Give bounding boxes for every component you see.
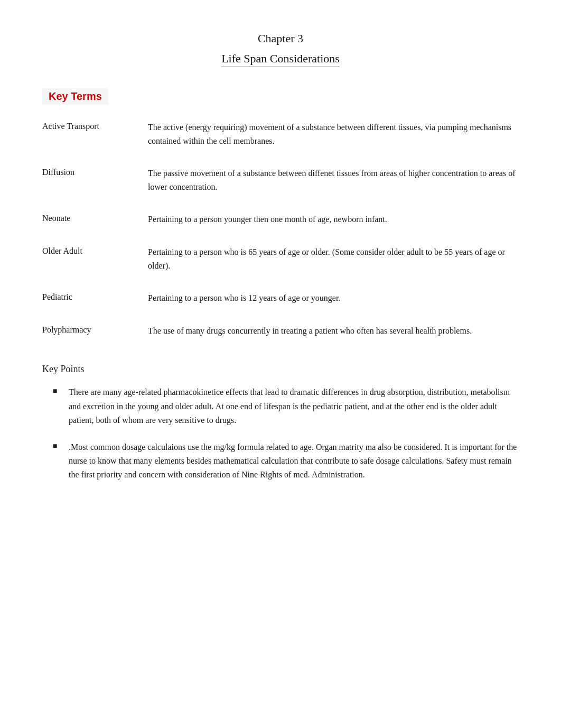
term-name: Neonate: [42, 213, 148, 223]
terms-list: Active TransportThe active (energy requi…: [42, 121, 519, 337]
term-name: Pediatric: [42, 291, 148, 302]
term-name: Polypharmacy: [42, 324, 148, 335]
key-points-list: ■There are many age-related pharmacokine…: [42, 385, 519, 482]
bullet-icon: ■: [53, 385, 69, 395]
term-definition: The active (energy requiring) movement o…: [148, 121, 519, 148]
key-points-header: Key Points: [42, 364, 519, 375]
term-name: Older Adult: [42, 245, 148, 256]
term-name: Diffusion: [42, 167, 148, 177]
key-points-section: Key Points ■There are many age-related p…: [42, 364, 519, 482]
section-title: Life Span Considerations: [221, 52, 340, 67]
bullet-icon: ■: [53, 440, 69, 450]
term-row: PediatricPertaining to a person who is 1…: [42, 291, 519, 305]
term-row: Older AdultPertaining to a person who is…: [42, 245, 519, 272]
key-point-text: .Most common dosage calculaions use the …: [69, 440, 519, 482]
key-terms-label: Key Terms: [42, 88, 108, 105]
term-definition: The passive movement of a substance betw…: [148, 167, 519, 193]
key-point-item: ■.Most common dosage calculaions use the…: [53, 440, 519, 482]
term-row: PolypharmacyThe use of many drugs concur…: [42, 324, 519, 338]
term-row: Active TransportThe active (energy requi…: [42, 121, 519, 148]
term-definition: Pertaining to a person younger then one …: [148, 213, 519, 226]
term-row: NeonatePertaining to a person younger th…: [42, 213, 519, 226]
term-definition: The use of many drugs concurrently in tr…: [148, 324, 519, 338]
chapter-title: Chapter 3: [42, 32, 519, 45]
term-definition: Pertaining to a person who is 12 years o…: [148, 291, 519, 305]
term-row: DiffusionThe passive movement of a subst…: [42, 167, 519, 193]
term-definition: Pertaining to a person who is 65 years o…: [148, 245, 519, 272]
page-header: Chapter 3 Life Span Considerations: [42, 32, 519, 67]
key-point-text: There are many age-related pharmacokinet…: [69, 385, 519, 427]
term-name: Active Transport: [42, 121, 148, 131]
key-point-item: ■There are many age-related pharmacokine…: [53, 385, 519, 427]
